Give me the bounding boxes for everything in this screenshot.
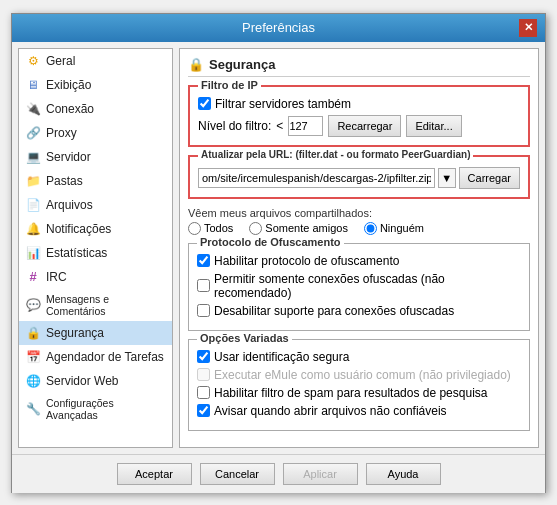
spam-filter-text: Habilitar filtro de spam para resultados… bbox=[214, 386, 487, 400]
sidebar-label-agendador: Agendador de Tarefas bbox=[46, 350, 164, 364]
exibicao-icon: 🖥 bbox=[25, 77, 41, 93]
radio-ninguem-text: Ninguém bbox=[380, 222, 424, 234]
enable-obfuscation-text: Habilitar protocolo de ofuscamento bbox=[214, 254, 399, 268]
geral-icon: ⚙ bbox=[25, 53, 41, 69]
disable-support-checkbox[interactable] bbox=[197, 304, 210, 317]
help-button[interactable]: Ayuda bbox=[366, 463, 441, 485]
use-id-label[interactable]: Usar identificação segura bbox=[197, 350, 349, 364]
only-obfuscated-text: Permitir somente conexões ofuscadas (não… bbox=[214, 272, 521, 300]
run-emule-label[interactable]: Executar eMule como usuário comum (não p… bbox=[197, 368, 511, 382]
level-label: Nível do filtro: bbox=[198, 119, 271, 133]
filter-level-row: Nível do filtro: < Recarregar Editar... bbox=[198, 115, 520, 137]
servidor-web-icon: 🌐 bbox=[25, 373, 41, 389]
sidebar-item-agendador[interactable]: 📅 Agendador de Tarefas bbox=[19, 345, 172, 369]
sidebar-item-arquivos[interactable]: 📄 Arquivos bbox=[19, 193, 172, 217]
level-sign: < bbox=[276, 119, 283, 133]
close-button[interactable]: ✕ bbox=[519, 19, 537, 37]
obfuscation-group: Protocolo de Ofuscamento Habilitar proto… bbox=[188, 243, 530, 331]
warn-files-text: Avisar quando abrir arquivos não confiáv… bbox=[214, 404, 447, 418]
preferences-window: Preferências ✕ ⚙ Geral 🖥 Exibição 🔌 Cone… bbox=[11, 13, 546, 493]
disable-support-row: Desabilitar suporte para conexões ofusca… bbox=[197, 304, 521, 318]
sidebar-item-conexao[interactable]: 🔌 Conexão bbox=[19, 97, 172, 121]
sidebar-label-geral: Geral bbox=[46, 54, 75, 68]
enable-obfuscation-label[interactable]: Habilitar protocolo de ofuscamento bbox=[197, 254, 399, 268]
sidebar-label-exibicao: Exibição bbox=[46, 78, 91, 92]
radio-amigos[interactable] bbox=[249, 222, 262, 235]
warn-files-row: Avisar quando abrir arquivos não confiáv… bbox=[197, 404, 521, 418]
sidebar-item-config-avancadas[interactable]: 🔧 Configurações Avançadas bbox=[19, 393, 172, 425]
filter-servers-checkbox-label[interactable]: Filtrar servidores também bbox=[198, 97, 351, 111]
proxy-icon: 🔗 bbox=[25, 125, 41, 141]
config-avancadas-icon: 🔧 bbox=[25, 401, 41, 417]
ip-filter-label: Filtro de IP bbox=[198, 79, 261, 91]
filter-servers-checkbox[interactable] bbox=[198, 97, 211, 110]
disable-support-text: Desabilitar suporte para conexões ofusca… bbox=[214, 304, 454, 318]
sidebar-label-conexao: Conexão bbox=[46, 102, 94, 116]
run-emule-checkbox[interactable] bbox=[197, 368, 210, 381]
apply-button[interactable]: Aplicar bbox=[283, 463, 358, 485]
spam-filter-label[interactable]: Habilitar filtro de spam para resultados… bbox=[197, 386, 487, 400]
sidebar-item-exibicao[interactable]: 🖥 Exibição bbox=[19, 73, 172, 97]
radio-todos-label[interactable]: Todos bbox=[188, 222, 233, 235]
radio-amigos-label[interactable]: Somente amigos bbox=[249, 222, 348, 235]
reload-button[interactable]: Recarregar bbox=[328, 115, 401, 137]
sidebar-label-estatisticas: Estatísticas bbox=[46, 246, 107, 260]
run-emule-text: Executar eMule como usuário comum (não p… bbox=[214, 368, 511, 382]
level-input[interactable] bbox=[288, 116, 323, 136]
spam-filter-row: Habilitar filtro de spam para resultados… bbox=[197, 386, 521, 400]
shared-files-radio-row: Todos Somente amigos Ninguém bbox=[188, 222, 530, 235]
only-obfuscated-checkbox[interactable] bbox=[197, 279, 210, 292]
warn-files-label[interactable]: Avisar quando abrir arquivos não confiáv… bbox=[197, 404, 447, 418]
sidebar: ⚙ Geral 🖥 Exibição 🔌 Conexão 🔗 Proxy 💻 S… bbox=[18, 48, 173, 448]
sidebar-item-proxy[interactable]: 🔗 Proxy bbox=[19, 121, 172, 145]
servidor-icon: 💻 bbox=[25, 149, 41, 165]
radio-amigos-text: Somente amigos bbox=[265, 222, 348, 234]
obfuscation-label: Protocolo de Ofuscamento bbox=[197, 236, 344, 248]
sidebar-item-servidor[interactable]: 💻 Servidor bbox=[19, 145, 172, 169]
sidebar-label-pastas: Pastas bbox=[46, 174, 83, 188]
spam-filter-checkbox[interactable] bbox=[197, 386, 210, 399]
footer: Aceptar Cancelar Aplicar Ayuda bbox=[12, 454, 545, 493]
url-row: ▼ Carregar bbox=[198, 167, 520, 189]
sidebar-label-servidor: Servidor bbox=[46, 150, 91, 164]
url-input[interactable] bbox=[198, 168, 435, 188]
window-title: Preferências bbox=[38, 20, 519, 35]
cancel-button[interactable]: Cancelar bbox=[200, 463, 275, 485]
sidebar-label-servidor-web: Servidor Web bbox=[46, 374, 118, 388]
only-obfuscated-label[interactable]: Permitir somente conexões ofuscadas (não… bbox=[197, 272, 521, 300]
enable-obfuscation-checkbox[interactable] bbox=[197, 254, 210, 267]
enable-obfuscation-row: Habilitar protocolo de ofuscamento bbox=[197, 254, 521, 268]
url-update-label: Atualizar pela URL: (filter.dat - ou for… bbox=[198, 149, 473, 160]
url-dropdown-button[interactable]: ▼ bbox=[438, 168, 456, 188]
sidebar-item-pastas[interactable]: 📁 Pastas bbox=[19, 169, 172, 193]
filter-servers-text: Filtrar servidores também bbox=[215, 97, 351, 111]
accept-button[interactable]: Aceptar bbox=[117, 463, 192, 485]
sidebar-label-seguranca: Segurança bbox=[46, 326, 104, 340]
run-emule-row: Executar eMule como usuário comum (não p… bbox=[197, 368, 521, 382]
sidebar-item-notificacoes[interactable]: 🔔 Notificações bbox=[19, 217, 172, 241]
sidebar-label-irc: IRC bbox=[46, 270, 67, 284]
irc-icon: # bbox=[25, 269, 41, 285]
load-button[interactable]: Carregar bbox=[459, 167, 520, 189]
main-panel: 🔒 Segurança Filtro de IP Filtrar servido… bbox=[179, 48, 539, 448]
sidebar-item-geral[interactable]: ⚙ Geral bbox=[19, 49, 172, 73]
sidebar-item-servidor-web[interactable]: 🌐 Servidor Web bbox=[19, 369, 172, 393]
only-obfuscated-row: Permitir somente conexões ofuscadas (não… bbox=[197, 272, 521, 300]
title-bar: Preferências ✕ bbox=[12, 14, 545, 42]
warn-files-checkbox[interactable] bbox=[197, 404, 210, 417]
radio-todos[interactable] bbox=[188, 222, 201, 235]
use-id-checkbox[interactable] bbox=[197, 350, 210, 363]
sidebar-label-arquivos: Arquivos bbox=[46, 198, 93, 212]
seguranca-icon: 🔒 bbox=[25, 325, 41, 341]
sidebar-item-estatisticas[interactable]: 📊 Estatísticas bbox=[19, 241, 172, 265]
sidebar-item-irc[interactable]: # IRC bbox=[19, 265, 172, 289]
sidebar-item-mensagens[interactable]: 💬 Mensagens e Comentários bbox=[19, 289, 172, 321]
radio-ninguem[interactable] bbox=[364, 222, 377, 235]
disable-support-label[interactable]: Desabilitar suporte para conexões ofusca… bbox=[197, 304, 454, 318]
estatisticas-icon: 📊 bbox=[25, 245, 41, 261]
filter-servers-row: Filtrar servidores também bbox=[198, 97, 520, 111]
radio-ninguem-label[interactable]: Ninguém bbox=[364, 222, 424, 235]
edit-button[interactable]: Editar... bbox=[406, 115, 461, 137]
sidebar-item-seguranca[interactable]: 🔒 Segurança bbox=[19, 321, 172, 345]
arquivos-icon: 📄 bbox=[25, 197, 41, 213]
